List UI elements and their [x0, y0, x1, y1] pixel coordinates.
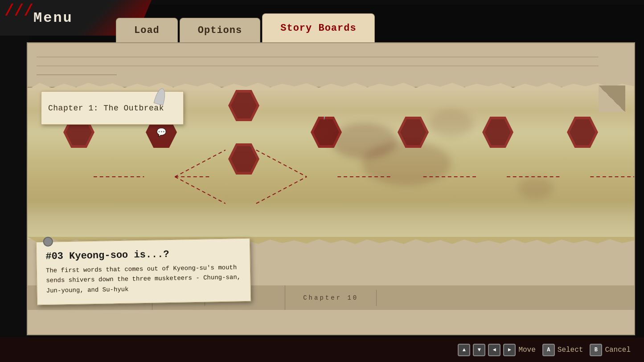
tab-load[interactable]: Load — [116, 18, 178, 42]
up-button[interactable]: ▲ — [458, 344, 470, 356]
bottom-bar: ▲ ▼ ◄ ► Move A Select B Cancel — [0, 338, 644, 362]
hex-node-4-bottom[interactable] — [228, 143, 259, 175]
hex-node-3-top[interactable] — [228, 90, 259, 121]
note-card: #03 Kyeong-soo is...? The first words th… — [36, 238, 251, 305]
tab-storyboards[interactable]: Story Boards — [262, 13, 374, 42]
chapter-title: Chapter 1: The Outbreak — [48, 104, 164, 113]
tab-options[interactable]: Options — [180, 18, 260, 42]
tab-bar: Load Options Story Boards — [116, 0, 644, 42]
board-top — [28, 43, 634, 88]
cancel-label: Cancel — [605, 346, 631, 354]
folded-corner — [599, 85, 625, 112]
a-button[interactable]: A — [542, 344, 555, 356]
right-button[interactable]: ► — [503, 344, 516, 356]
hex-node-8[interactable] — [567, 117, 598, 148]
hex-node-7[interactable] — [482, 117, 513, 148]
move-control: ▲ ▼ ◄ ► Move — [458, 344, 535, 356]
chapter-card: Chapter 1: The Outbreak — [41, 91, 184, 125]
note-text: The first words that comes out of Kyeong… — [46, 262, 242, 296]
left-button[interactable]: ◄ — [488, 344, 500, 356]
hex-node-6[interactable] — [398, 117, 429, 148]
note-number: #03 Kyeong-soo is...? — [45, 248, 241, 262]
select-label: Select — [558, 346, 583, 354]
select-control: A Select — [542, 344, 583, 356]
b-button[interactable]: B — [590, 344, 602, 356]
cancel-control: B Cancel — [590, 344, 631, 356]
left-panel — [0, 0, 29, 362]
move-label: Move — [518, 346, 535, 354]
main-container: Load Options Story Boards — [27, 0, 644, 362]
hex-node-5-current[interactable]: 📍 — [311, 117, 342, 148]
board-container: 💬 📍 — [27, 42, 635, 335]
chapter-nav-10[interactable]: Chapter 10 — [285, 290, 377, 306]
down-button[interactable]: ▼ — [473, 344, 485, 356]
